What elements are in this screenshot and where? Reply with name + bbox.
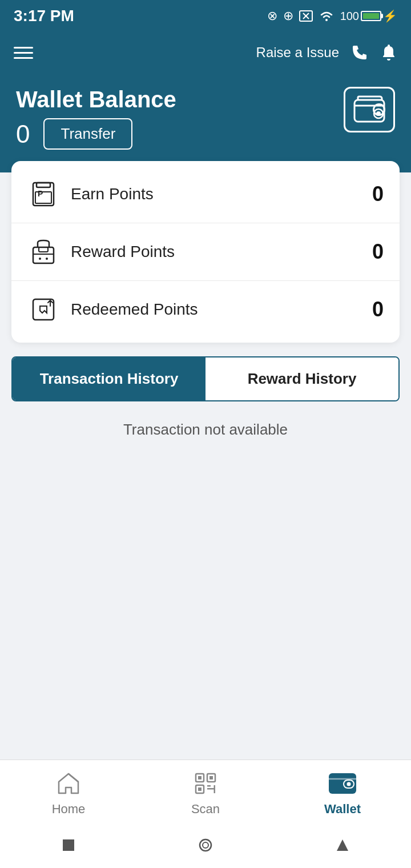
svg-rect-24 [214, 785, 216, 793]
close-box-icon [299, 10, 313, 22]
redeemed-points-icon [27, 294, 59, 326]
svg-rect-7 [37, 183, 50, 187]
wifi-icon [319, 10, 335, 22]
sync-icon: ⊕ [283, 9, 293, 23]
nav-wallet[interactable]: Wallet [274, 769, 411, 817]
nav-scan[interactable]: Scan [137, 769, 274, 817]
content-area: Transaction not available [0, 401, 411, 760]
home-icon [54, 769, 83, 798]
nav-scan-label: Scan [191, 802, 220, 817]
android-recents-button[interactable] [332, 835, 353, 855]
reward-points-row: Reward Points 0 [11, 223, 400, 280]
svg-marker-31 [337, 839, 348, 851]
svg-point-13 [39, 258, 41, 260]
raise-issue-link[interactable]: Raise a Issue [256, 45, 339, 61]
wallet-title: Wallet Balance [16, 87, 176, 112]
reward-points-label: Reward Points [71, 243, 361, 261]
svg-text:P: P [38, 189, 43, 198]
nav-wallet-label: Wallet [324, 802, 361, 817]
wallet-section: Wallet Balance 0 Transfer [0, 73, 411, 172]
bottom-nav: Home Scan [0, 760, 411, 822]
tab-reward-history[interactable]: Reward History [206, 357, 398, 400]
wallet-nav-icon [328, 769, 357, 798]
earn-points-label: Earn Points [71, 185, 361, 203]
redeemed-points-value: 0 [372, 298, 384, 322]
wallet-balance: 0 [16, 120, 30, 148]
menu-button[interactable] [14, 47, 33, 59]
tab-transaction-history[interactable]: Transaction History [13, 357, 206, 400]
svg-point-30 [203, 842, 208, 848]
svg-rect-28 [63, 839, 74, 851]
svg-rect-22 [207, 785, 211, 787]
transfer-button[interactable]: Transfer [43, 118, 132, 150]
tabs-section: Transaction History Reward History [11, 356, 400, 401]
redeemed-points-row: Redeemed Points 0 [11, 280, 400, 338]
svg-rect-19 [198, 776, 202, 779]
status-bar: 3:17 PM ⊗ ⊕ 100 ⚡ [0, 0, 411, 32]
dnd-icon: ⊗ [267, 9, 277, 23]
svg-rect-21 [198, 787, 202, 791]
earn-points-icon: P [27, 178, 59, 210]
android-back-button[interactable] [58, 835, 79, 855]
nav-home-label: Home [52, 802, 86, 817]
status-time: 3:17 PM [14, 7, 74, 25]
android-home-button[interactable] [195, 835, 216, 855]
empty-message: Transaction not available [11, 421, 400, 439]
svg-point-5 [376, 111, 381, 116]
earn-points-value: 0 [372, 182, 384, 206]
battery-indicator: 100 ⚡ [340, 9, 397, 23]
android-nav [0, 822, 411, 868]
scan-icon [191, 769, 220, 798]
wallet-icon [344, 87, 395, 132]
svg-point-27 [347, 782, 351, 786]
reward-points-value: 0 [372, 240, 384, 264]
svg-rect-10 [33, 247, 54, 263]
svg-rect-4 [374, 109, 383, 118]
header: Raise a Issue [0, 32, 411, 73]
svg-point-14 [46, 258, 48, 260]
notification-icon[interactable] [380, 43, 397, 62]
svg-rect-20 [209, 776, 213, 779]
header-actions: Raise a Issue [256, 43, 397, 62]
redeemed-points-label: Redeemed Points [71, 300, 361, 319]
status-icons: ⊗ ⊕ 100 ⚡ [267, 9, 397, 23]
svg-point-29 [200, 839, 211, 851]
points-card: P Earn Points 0 Reward Points 0 [11, 161, 400, 343]
reward-points-icon [27, 236, 59, 268]
nav-home[interactable]: Home [0, 769, 137, 817]
bolt-icon: ⚡ [383, 9, 397, 23]
earn-points-row: P Earn Points 0 [11, 166, 400, 223]
phone-icon[interactable] [350, 43, 369, 62]
